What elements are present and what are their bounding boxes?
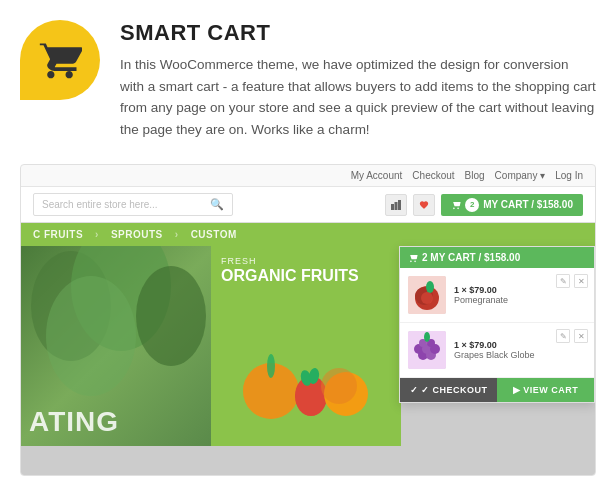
nav-separator-1: ›: [95, 229, 99, 240]
product-left-image: ATING: [21, 246, 211, 446]
cart-icons-group: 2 MY CART / $158.00: [385, 194, 583, 216]
svg-point-20: [421, 292, 433, 304]
svg-rect-0: [391, 204, 394, 210]
cart-header-label: 2 MY CART / $158.00: [422, 252, 520, 263]
cart-item-grapes: 1 × $79.00 Grapes Black Globe ✎ ✕: [400, 323, 594, 378]
edit-item-2-btn[interactable]: ✎: [556, 329, 570, 343]
feature-icon-wrapper: [20, 20, 100, 100]
store-search-bar: Search entire store here... 🔍 2 MY CART …: [21, 187, 595, 223]
nav-separator-2: ›: [175, 229, 179, 240]
bar-chart-icon-btn[interactable]: [385, 194, 407, 216]
cart-header-icon: [408, 253, 418, 263]
svg-point-29: [424, 332, 430, 342]
svg-rect-2: [398, 200, 401, 210]
svg-point-6: [46, 276, 136, 396]
cart-item-1-actions: ✎ ✕: [556, 274, 588, 288]
feature-header: SMART CART In this WooCommerce theme, we…: [20, 20, 596, 140]
search-input-mock[interactable]: Search entire store here... 🔍: [33, 193, 233, 216]
nav-checkout[interactable]: Checkout: [412, 170, 454, 181]
checkout-icon: ✓: [410, 385, 418, 395]
cart-item-grapes-img: [408, 331, 446, 369]
products-area: ATING FRESH ORGANIC FRUITS: [21, 246, 595, 446]
store-mockup: My Account Checkout Blog Company ▾ Log I…: [20, 164, 596, 476]
cart-dropdown-footer: ✓ ✓ CHECKOUT ▶ VIEW CART: [400, 378, 594, 402]
svg-point-9: [267, 354, 275, 378]
view-cart-button[interactable]: ▶ VIEW CART: [497, 378, 594, 402]
nav-fruits[interactable]: C FRUITS: [33, 229, 83, 240]
cart-item-1-name: Pomegranate: [454, 295, 586, 305]
cart-item-2-name: Grapes Black Globe: [454, 350, 586, 360]
cart-item-pomegranate: 1 × $79.00 Pomegranate ✎ ✕: [400, 268, 594, 323]
shopping-cart-icon: [38, 38, 82, 82]
cart-item-pomegranate-info: 1 × $79.00 Pomegranate: [454, 285, 586, 305]
heart-icon-btn[interactable]: [413, 194, 435, 216]
search-placeholder-text: Search entire store here...: [42, 199, 158, 210]
svg-point-5: [136, 266, 206, 366]
ating-text: ATING: [29, 406, 119, 438]
pomegranate-svg: [408, 276, 446, 314]
grapes-svg: [408, 331, 446, 369]
view-cart-icon: ▶: [513, 385, 520, 395]
svg-rect-1: [395, 202, 398, 210]
cart-button-mock[interactable]: 2 MY CART / $158.00: [441, 194, 583, 216]
feature-title: SMART CART: [120, 20, 596, 46]
edit-item-1-btn[interactable]: ✎: [556, 274, 570, 288]
store-top-nav: My Account Checkout Blog Company ▾ Log I…: [21, 165, 595, 187]
cart-total-label: MY CART / $158.00: [483, 199, 573, 210]
cart-item-2-actions: ✎ ✕: [556, 329, 588, 343]
fresh-label: FRESH: [221, 256, 391, 266]
view-cart-label: VIEW CART: [523, 385, 578, 395]
checkout-label: ✓ CHECKOUT: [421, 385, 488, 395]
svg-point-19: [426, 281, 434, 293]
cart-count: 2: [465, 198, 479, 212]
feature-description: In this WooCommerce theme, we have optim…: [120, 54, 596, 140]
fruit-decoration: [221, 328, 391, 436]
svg-point-15: [321, 368, 357, 404]
checkout-button[interactable]: ✓ ✓ CHECKOUT: [400, 378, 497, 402]
cart-item-pomegranate-img: [408, 276, 446, 314]
green-nav-bar: C FRUITS › SPROUTS › CUSTOM: [21, 223, 595, 246]
nav-blog[interactable]: Blog: [465, 170, 485, 181]
cart-item-grapes-info: 1 × $79.00 Grapes Black Globe: [454, 340, 586, 360]
remove-item-2-btn[interactable]: ✕: [574, 329, 588, 343]
organic-fruits-title: ORGANIC FRUITS: [221, 266, 391, 285]
nav-sprouts[interactable]: SPROUTS: [111, 229, 163, 240]
product-col-left: ATING: [21, 246, 211, 446]
search-icon[interactable]: 🔍: [210, 198, 224, 211]
mockup-inner: My Account Checkout Blog Company ▾ Log I…: [21, 165, 595, 475]
nav-company[interactable]: Company ▾: [495, 170, 546, 181]
nav-custom[interactable]: CUSTOM: [191, 229, 237, 240]
nav-my-account[interactable]: My Account: [351, 170, 403, 181]
cart-dropdown: 2 MY CART / $158.00 1 × $: [399, 246, 595, 403]
remove-item-1-btn[interactable]: ✕: [574, 274, 588, 288]
product-col-middle: FRESH ORGANIC FRUITS: [211, 246, 401, 446]
nav-login[interactable]: Log In: [555, 170, 583, 181]
cart-dropdown-header: 2 MY CART / $158.00: [400, 247, 594, 268]
feature-text: SMART CART In this WooCommerce theme, we…: [120, 20, 596, 140]
